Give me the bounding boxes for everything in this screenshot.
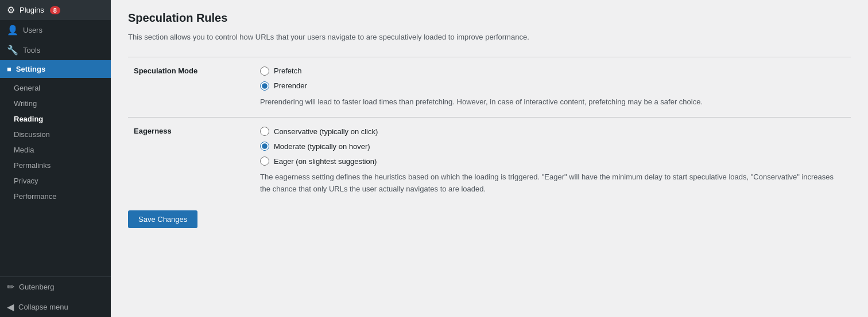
eagerness-description: The eagerness setting defines the heuris… bbox=[260, 171, 845, 195]
users-label: Users bbox=[23, 26, 42, 34]
prefetch-radio[interactable] bbox=[260, 66, 269, 76]
users-icon: 👤 bbox=[7, 25, 18, 36]
sidebar-item-privacy[interactable]: Privacy bbox=[0, 173, 111, 189]
collapse-icon: ◀ bbox=[7, 302, 14, 312]
eager-radio[interactable] bbox=[260, 156, 269, 166]
plugins-badge: 8 bbox=[50, 6, 60, 14]
moderate-option[interactable]: Moderate (typically on hover) bbox=[260, 142, 845, 151]
eager-label: Eager (on slightest suggestion) bbox=[274, 157, 377, 166]
tools-icon: 🔧 bbox=[7, 45, 18, 56]
sidebar-item-gutenberg[interactable]: ✏ Gutenberg bbox=[0, 277, 111, 297]
speculation-mode-label: Speculation Mode bbox=[128, 57, 254, 118]
sidebar-item-reading[interactable]: Reading bbox=[0, 111, 111, 127]
sidebar-item-general[interactable]: General bbox=[0, 80, 111, 96]
prerender-radio[interactable] bbox=[260, 81, 269, 91]
settings-icon: ■ bbox=[7, 65, 11, 73]
sidebar-item-collapse[interactable]: ◀ Collapse menu bbox=[0, 297, 111, 317]
plugins-icon: ⚙ bbox=[7, 5, 15, 15]
conservative-radio[interactable] bbox=[260, 127, 269, 136]
tools-label: Tools bbox=[23, 46, 40, 54]
eager-option[interactable]: Eager (on slightest suggestion) bbox=[260, 156, 845, 166]
conservative-option[interactable]: Conservative (typically on click) bbox=[260, 127, 845, 136]
settings-submenu: General Writing Reading Discussion Media… bbox=[0, 78, 111, 206]
sidebar-item-users[interactable]: 👤 Users bbox=[0, 20, 111, 40]
page-title: Speculation Rules bbox=[128, 11, 851, 25]
speculation-mode-options: Prefetch Prerender Prerendering will lea… bbox=[254, 57, 851, 118]
eagerness-row: Eagerness Conservative (typically on cli… bbox=[128, 118, 851, 205]
eagerness-radio-group: Conservative (typically on click) Modera… bbox=[260, 127, 845, 166]
sidebar: ⚙ Plugins 8 👤 Users 🔧 Tools ■ Settings G… bbox=[0, 0, 111, 317]
prerender-option[interactable]: Prerender bbox=[260, 81, 845, 91]
prerender-label: Prerender bbox=[274, 81, 307, 90]
sidebar-item-discussion[interactable]: Discussion bbox=[0, 127, 111, 142]
moderate-label: Moderate (typically on hover) bbox=[274, 142, 370, 151]
collapse-label: Collapse menu bbox=[18, 303, 68, 311]
sidebar-bottom: ✏ Gutenberg ◀ Collapse menu bbox=[0, 276, 111, 317]
speculation-mode-description: Prerendering will lead to faster load ti… bbox=[260, 96, 845, 108]
plugins-label: Plugins bbox=[20, 6, 44, 14]
speculation-mode-radio-group: Prefetch Prerender bbox=[260, 66, 845, 91]
eagerness-options: Conservative (typically on click) Modera… bbox=[254, 118, 851, 205]
sidebar-item-plugins[interactable]: ⚙ Plugins 8 bbox=[0, 0, 111, 20]
gutenberg-label: Gutenberg bbox=[19, 283, 54, 291]
prefetch-label: Prefetch bbox=[274, 66, 301, 75]
gutenberg-icon: ✏ bbox=[7, 281, 14, 292]
sidebar-item-permalinks[interactable]: Permalinks bbox=[0, 158, 111, 173]
moderate-radio[interactable] bbox=[260, 142, 269, 151]
prefetch-option[interactable]: Prefetch bbox=[260, 66, 845, 76]
save-changes-button[interactable]: Save Changes bbox=[128, 210, 197, 228]
main-content: Speculation Rules This section allows yo… bbox=[111, 0, 868, 317]
conservative-label: Conservative (typically on click) bbox=[274, 127, 378, 136]
sidebar-item-writing[interactable]: Writing bbox=[0, 96, 111, 111]
sidebar-item-performance[interactable]: Performance bbox=[0, 189, 111, 204]
section-description: This section allows you to control how U… bbox=[128, 32, 851, 43]
eagerness-label: Eagerness bbox=[128, 118, 254, 205]
settings-label: Settings bbox=[16, 65, 45, 73]
sidebar-item-media[interactable]: Media bbox=[0, 142, 111, 158]
speculation-mode-row: Speculation Mode Prefetch Prerender Prer… bbox=[128, 57, 851, 118]
sidebar-item-settings[interactable]: ■ Settings bbox=[0, 60, 111, 78]
settings-table: Speculation Mode Prefetch Prerender Prer… bbox=[128, 57, 851, 205]
sidebar-item-tools[interactable]: 🔧 Tools bbox=[0, 40, 111, 60]
